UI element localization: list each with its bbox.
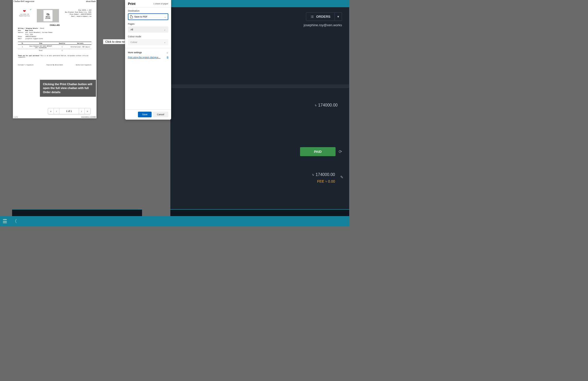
chevron-left-icon: ‹ <box>56 110 57 113</box>
store-logo-frame: 🛍 MEGASTORE <box>37 9 59 22</box>
chevron-right-icon: › <box>81 110 82 113</box>
lbl-phone: Phone <box>18 36 25 38</box>
chevron-down-icon: ⌄ <box>164 29 166 31</box>
total-label: Total <box>27 49 55 52</box>
fee-label: FEE <box>317 179 324 183</box>
store-addr2: New Elephant Road Dhaka City, 1205 <box>65 11 91 13</box>
orders-button-label: ORDERS <box>316 15 330 19</box>
pager-last-button[interactable]: » <box>85 108 90 114</box>
app-bottom-bar: ☰ 〈 <box>0 216 349 226</box>
pages-label: Pages <box>128 23 168 25</box>
signature-row: Customer's Signature Powered By RetailXe… <box>18 64 91 66</box>
print-dialog: Print 1 sheet of paper Destination Save … <box>125 0 171 120</box>
pager-text: 1 of 1 <box>59 108 79 114</box>
col-qty: Quantity <box>55 42 69 45</box>
system-dialog-text: Print using the system dialogue… <box>128 56 161 59</box>
sig-auth: Authorised Signature <box>76 64 91 66</box>
orders-button-group: ORDERS ▾ <box>306 12 342 21</box>
dialog-divider <box>125 7 171 7</box>
paid-badge: PAID <box>300 147 336 156</box>
menu-icon[interactable]: ☰ <box>3 218 7 224</box>
orders-button[interactable]: ORDERS <box>306 12 335 21</box>
cell-item-sn: S/N: S13266OLED <box>27 47 55 48</box>
preview-header: Challan 6b41 mega-store about:blank <box>13 0 96 3</box>
logo-bangla-text: বাংলাদেশ কম্পিউটার সমিতি <box>18 14 31 15</box>
amount-secondary-value: 174000.00 <box>315 172 335 177</box>
val-addr1: 118, South Mohakhali, Gulshan Dhaka <box>25 31 52 33</box>
store-phone: Phone Number: +8801767366293 <box>65 13 91 15</box>
save-button[interactable]: Save <box>138 112 152 117</box>
sig-customer: Customer's Signature <box>18 64 33 66</box>
panel-footer-strip-left <box>12 209 142 216</box>
currency-icon: ৳ <box>312 172 314 177</box>
fee-line: FEE ৳ 0.00 <box>317 179 335 183</box>
chevron-double-right-icon: » <box>87 110 88 113</box>
pager-next-button[interactable]: › <box>79 108 85 114</box>
fee-value: 0.00 <box>328 179 335 183</box>
order-panel: ORDERS ▾ josephine.roy@xen.works ৳ 17400… <box>170 7 349 216</box>
bcs-logo: ❤✔ বাংলাদেশ কম্পিউটার সমিতি Bangladesh C… <box>18 9 31 16</box>
customer-email: josephine.roy@xen.works <box>304 23 342 27</box>
pager-first-button[interactable]: « <box>48 108 54 114</box>
pages-value: All <box>130 28 133 31</box>
val-phone: +8801767366293 <box>25 36 36 38</box>
edit-icon[interactable]: ✎ <box>340 175 344 180</box>
orders-dropdown-caret[interactable]: ▾ <box>335 12 342 21</box>
currency-icon: ৳ <box>326 179 327 183</box>
total-qty: 1 <box>55 49 69 52</box>
billing-header: Billing / Shipping Details <box>18 27 38 29</box>
dialog-divider <box>125 48 171 48</box>
chevron-down-icon: ⌄ <box>164 16 166 18</box>
paid-tag: (Paid) <box>40 27 44 29</box>
val-name: Mega Store <box>25 29 33 31</box>
caret-down-icon: ▾ <box>337 15 339 19</box>
store-email: Email: megastore@gmail.com <box>65 15 91 17</box>
external-link-icon: ⧉ <box>167 56 168 59</box>
billing-block: Billing / Shipping Details(Paid) NameMeg… <box>18 27 91 40</box>
more-settings-toggle[interactable]: More settings ⌄ <box>128 51 168 54</box>
logo-eng-text: Bangladesh Computer Society <box>18 15 31 16</box>
panel-footer-strip <box>170 209 349 216</box>
print-dialog-title: Print <box>128 2 136 6</box>
total-row: Total 1 <box>18 49 91 52</box>
pages-select[interactable]: All ⌄ <box>128 26 168 33</box>
table-row: 1 Asus Zenbook S13 OLED UM5302TS/N: S132… <box>18 45 91 49</box>
chevron-double-left-icon: « <box>50 110 52 113</box>
preview-url: about:blank <box>86 0 96 3</box>
payment-status-row: PAID ⟳ <box>300 147 342 156</box>
destination-label: Destination <box>128 10 168 12</box>
preview-tab-title: Challan 6b41 mega-store <box>14 0 34 3</box>
pager-prev-button[interactable]: ‹ <box>54 108 59 114</box>
colour-select[interactable]: Colour ⌄ <box>128 39 168 45</box>
store-contact-block: Shop #1030, L #10 New Elephant Road Dhak… <box>65 9 91 17</box>
page-navigator: « ‹ 1 of 1 › » <box>48 108 91 114</box>
sig-powered: Powered By RetailXen® <box>47 64 63 66</box>
col-warranty: Warranty <box>69 42 91 45</box>
cell-qty: 1 <box>55 45 69 49</box>
val-email: josephine.roy@xen.works <box>25 38 43 40</box>
cell-warranty: International: 365 day(s) <box>69 45 91 49</box>
colour-value: Colour <box>130 41 137 43</box>
sheet-count: 1 sheet of paper <box>153 3 168 5</box>
cell-sl: 1 <box>18 45 27 49</box>
items-table: SL Item Quantity Warranty 1 Asus Zenbook… <box>18 42 91 52</box>
footer-datetime: 4/22/2024, 2:18 PM <box>81 116 96 118</box>
col-sl: SL <box>18 42 27 45</box>
cancel-button[interactable]: Cancel <box>153 112 168 117</box>
chevron-down-icon: ⌄ <box>164 41 166 43</box>
back-icon[interactable]: 〈 <box>12 218 17 224</box>
challan-document: ❤✔ বাংলাদেশ কম্পিউটার সমিতি Bangladesh C… <box>13 3 96 67</box>
destination-value: Save to PDF <box>134 15 147 18</box>
chevron-down-icon: ⌄ <box>166 51 168 54</box>
lbl-name: Name <box>18 29 25 31</box>
system-dialog-link[interactable]: Print using the system dialogue… ⧉ <box>128 56 168 59</box>
panel-divider <box>170 84 349 88</box>
currency-icon: ৳ <box>315 103 317 108</box>
destination-select[interactable]: Save to PDF ⌄ <box>128 13 168 20</box>
refresh-icon[interactable]: ⟳ <box>339 149 342 154</box>
store-logo-store: STORE <box>45 17 50 19</box>
heart-icon: ❤✔ <box>18 9 31 13</box>
store-addr1: Shop #1030, L #10 <box>65 9 91 11</box>
thank-you-line: Thank you for your purchase! This is an … <box>18 55 91 58</box>
lbl-addr: Address <box>18 31 25 33</box>
